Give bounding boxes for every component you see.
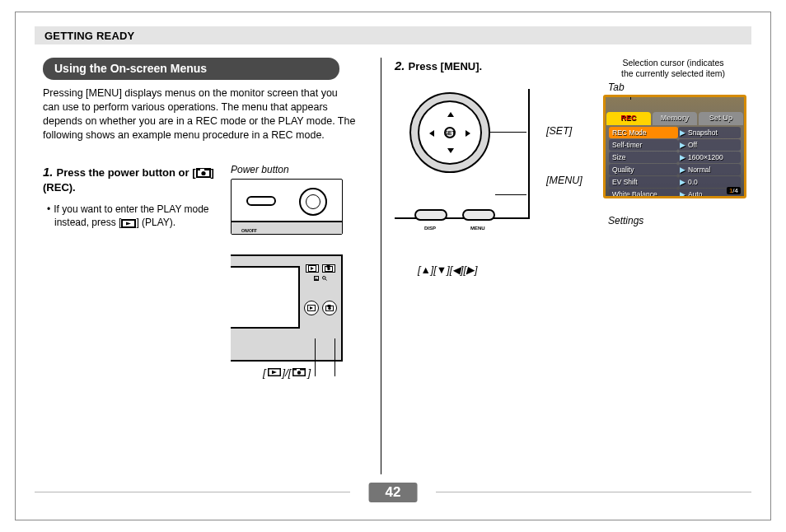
step1-text: 1.Press the power button or [] (REC). •I… (43, 164, 216, 379)
cursor-note-l1: Selection cursor (indicates (622, 58, 723, 68)
shutter-button-icon (299, 188, 327, 216)
tab-callout: Tab (608, 82, 751, 93)
camera-rec-icon (196, 168, 211, 178)
control-dial-illustration: SET DISP MENU (395, 89, 540, 232)
camera-back-illustration (231, 254, 343, 362)
lcd-row: Quality▶Normal (609, 164, 741, 175)
svg-line-15 (325, 278, 327, 280)
triangle-right-icon: ▶ (680, 190, 688, 198)
step1-title: 1.Press the power button or [] (REC). (43, 164, 216, 195)
disp-button-icon (414, 209, 447, 221)
step1-row: 1.Press the power button or [] (REC). •I… (43, 164, 367, 379)
svg-point-13 (315, 277, 316, 278)
power-switch-icon (246, 196, 276, 206)
lcd-tabs: REC Memory Set Up (606, 110, 744, 125)
image-icon (314, 276, 319, 281)
play-button-icon (304, 301, 319, 315)
cursor-note-l2: the currently selected item) (621, 68, 725, 78)
lcd-row-key: Self-timer (609, 141, 670, 149)
left-arrow-icon (429, 130, 434, 137)
lcd-row: REC Mode▶Snapshot (609, 127, 741, 138)
lcd-row-key: White Balance (609, 190, 670, 198)
note-text-b: ] (PLAY). (136, 217, 175, 228)
subsection-heading: Using the On-screen Menus (43, 58, 339, 80)
lcd-row-key: EV Shift (609, 178, 670, 186)
svg-point-3 (201, 171, 205, 175)
power-figure-group: Power button ON/OFF (231, 164, 343, 235)
left-column: Using the On-screen Menus Pressing [MENU… (43, 58, 381, 474)
leader-line (630, 95, 631, 100)
svg-point-20 (328, 306, 331, 310)
lcd-row-key: Size (609, 153, 670, 161)
play-caption-icon (268, 368, 281, 376)
step1-figures: Power button ON/OFF (231, 164, 343, 379)
right-column: 2.Press [MENU]. SET D (381, 58, 751, 474)
svg-point-11 (327, 267, 330, 270)
rec-caption-icon (292, 368, 306, 376)
lcd-tab-memory: Memory (652, 110, 698, 125)
leader-line (315, 338, 316, 376)
step2-number: 2. (395, 58, 405, 72)
leader-line (495, 194, 526, 195)
up-arrow-icon (447, 112, 454, 117)
magnify-icon (322, 276, 327, 281)
lcd-row-value: Snapshot (688, 128, 741, 137)
play-rec-icons-caption: [ ]/[ ] (231, 366, 343, 379)
on-off-label: ON/OFF (241, 228, 257, 233)
cursor-note: Selection cursor (indicates the currentl… (595, 58, 751, 78)
set-callout: [SET] (546, 125, 582, 137)
lcd-row-key: REC Mode (609, 128, 670, 137)
lcd-row: White Balance▶Auto (609, 189, 741, 198)
svg-marker-17 (310, 306, 313, 310)
lcd-row-key: Quality (609, 166, 670, 174)
triangle-right-icon: ▶ (680, 153, 688, 161)
triangle-right-icon: ▶ (680, 178, 688, 186)
settings-callout: Settings (608, 215, 751, 226)
lcd-row-value: Off (688, 141, 741, 149)
lcd-tab-setup: Set Up (698, 110, 744, 125)
lcd-row: Self-timer▶Off (609, 139, 741, 151)
svg-marker-8 (311, 267, 314, 270)
lcd-row: EV Shift▶0.0 (609, 176, 741, 188)
svg-rect-26 (297, 369, 300, 371)
control-ring-icon: SET (409, 92, 490, 173)
down-arrow-icon (447, 148, 454, 153)
leader-line (490, 132, 526, 133)
camera-top-illustration: ON/OFF (231, 179, 343, 235)
section-header: GETTING READY (35, 26, 751, 44)
svg-point-14 (323, 276, 326, 279)
step2-title-text: Press [MENU]. (409, 60, 483, 72)
page-number: 42 (369, 483, 418, 502)
lcd-group: Selection cursor (indicates the currentl… (595, 58, 751, 226)
arrow-keys-caption: [▲][▼][◀][▶] (418, 264, 751, 276)
set-button-icon: SET (444, 127, 456, 138)
step1-number: 1. (43, 165, 54, 179)
rec-indicator-icon (322, 264, 335, 273)
intro-paragraph: Pressing [MENU] displays menus on the mo… (43, 86, 356, 142)
svg-rect-2 (200, 169, 204, 171)
menu-button-icon (462, 209, 495, 221)
step1-note: •If you want to enter the PLAY mode inst… (54, 203, 216, 229)
play-mode-icon (121, 219, 136, 228)
section-title: GETTING READY (44, 30, 135, 42)
content-columns: Using the On-screen Menus Pressing [MENU… (43, 58, 751, 474)
lcd-row-value: Normal (688, 166, 741, 174)
play-indicator-icon (306, 264, 319, 273)
triangle-right-icon: ▶ (680, 166, 688, 174)
bullet: • (47, 203, 50, 215)
menu-small-label: MENU (470, 226, 485, 231)
lcd-row-value: 0.0 (688, 178, 741, 186)
back-figure-group: [ ]/[ ] (231, 254, 343, 379)
svg-point-27 (297, 371, 301, 374)
lcd-row: Size▶1600×1200 (609, 152, 741, 163)
menu-callout: [MENU] (546, 175, 582, 186)
lcd-tab-rec: REC (606, 110, 652, 125)
lcd-page-indicator: 1/4 (727, 187, 741, 194)
lcd-screenshot: REC Memory Set Up REC Mode▶SnapshotSelf-… (603, 95, 746, 198)
disp-label: DISP (424, 226, 436, 231)
step1-title-a: Press the power button or [ (57, 166, 196, 179)
triangle-right-icon: ▶ (680, 128, 688, 137)
triangle-right-icon: ▶ (680, 141, 688, 149)
lcd-rows: REC Mode▶SnapshotSelf-timer▶OffSize▶1600… (609, 127, 741, 198)
rec-button-icon (322, 301, 337, 315)
